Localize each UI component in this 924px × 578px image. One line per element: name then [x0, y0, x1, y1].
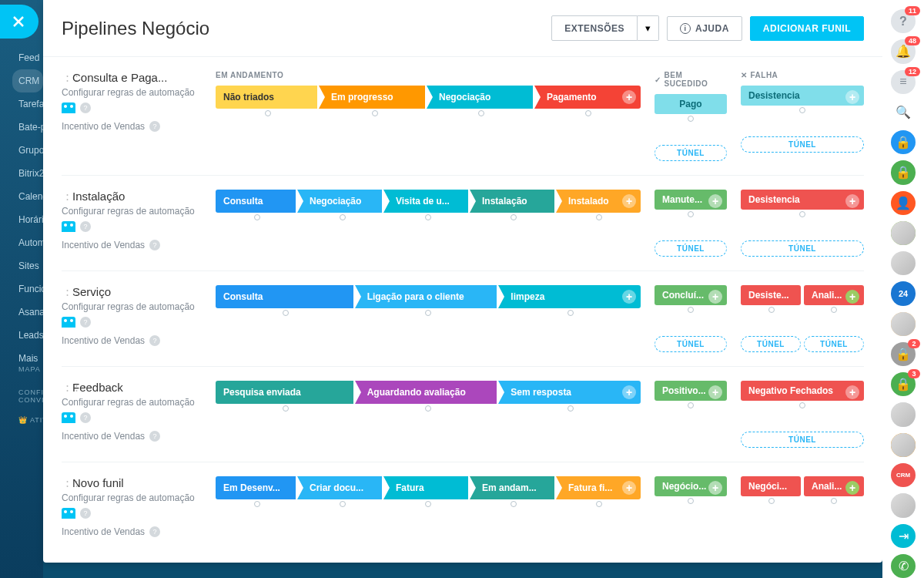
sales-incentive-link[interactable]: Incentivo de Vendas ?	[62, 526, 200, 537]
rail-lock-icon[interactable]: 🔒	[891, 160, 916, 184]
stage-dot[interactable]	[372, 110, 378, 116]
help-icon[interactable]: ?	[149, 335, 160, 346]
stage[interactable]: Fatura fi...+	[556, 476, 641, 499]
nav-item[interactable]: CRM	[12, 69, 43, 92]
robot-icon[interactable]	[62, 102, 75, 113]
nav-item[interactable]: Calendário	[18, 185, 43, 208]
nav-item[interactable]: Asana	[18, 301, 43, 324]
stage[interactable]: Em andam...	[470, 476, 554, 499]
rail-avatar-icon[interactable]	[891, 251, 916, 275]
robot-icon[interactable]	[62, 412, 75, 423]
stage-dot[interactable]	[254, 214, 260, 220]
stage[interactable]: Aguardando avaliação	[355, 381, 497, 404]
stage-dot[interactable]	[688, 307, 694, 313]
rail-search-icon[interactable]: 🔍	[891, 100, 916, 124]
rail-avatar-icon[interactable]	[891, 312, 916, 336]
stage-dot[interactable]	[688, 498, 694, 504]
stage-dot[interactable]	[688, 116, 694, 122]
success-stage[interactable]: Manute...+	[654, 190, 727, 210]
stage-dot[interactable]	[425, 310, 431, 316]
sales-incentive-link[interactable]: Incentivo de Vendas ?	[62, 431, 200, 442]
success-stage[interactable]: Negócio...+	[654, 476, 727, 496]
stage-dot[interactable]	[831, 307, 837, 313]
close-button[interactable]	[0, 5, 38, 39]
drag-handle-icon[interactable]	[62, 479, 69, 489]
help-icon[interactable]: ?	[149, 526, 160, 537]
stage-dot[interactable]	[511, 214, 517, 220]
rail-avatar-icon[interactable]	[891, 402, 916, 426]
success-stage[interactable]: Pago	[654, 94, 727, 114]
automation-rules-link[interactable]: Configurar regras de automação	[62, 492, 200, 503]
help-icon[interactable]: ?	[80, 102, 91, 113]
sales-incentive-link[interactable]: Incentivo de Vendas ?	[62, 240, 200, 250]
add-stage-icon[interactable]: +	[622, 90, 636, 104]
automation-rules-link[interactable]: Configurar regras de automação	[62, 206, 200, 217]
rail-lock-icon[interactable]: 🔒3	[891, 372, 916, 396]
add-stage-icon[interactable]: +	[622, 481, 636, 495]
success-stage[interactable]: Positivo...+	[654, 381, 727, 401]
automation-rules-link[interactable]: Configurar regras de automação	[62, 301, 200, 312]
stage[interactable]: Ligação para o cliente	[355, 285, 497, 308]
rail-bell-icon[interactable]: 🔔48	[891, 39, 916, 63]
fail-stage[interactable]: Desiste...	[741, 285, 801, 305]
add-funnel-button[interactable]: ADICIONAR FUNIL	[750, 16, 864, 41]
stage-dot[interactable]	[478, 110, 484, 116]
stage[interactable]: Instalação	[470, 190, 554, 213]
drag-handle-icon[interactable]	[62, 192, 69, 203]
stage-dot[interactable]	[799, 107, 805, 113]
stage[interactable]: Em Desenv...	[216, 476, 296, 499]
nav-item[interactable]: Bitrix24	[18, 162, 43, 185]
stage[interactable]: Negociação	[297, 190, 382, 213]
add-stage-icon[interactable]: +	[622, 194, 636, 208]
drag-handle-icon[interactable]	[62, 73, 69, 84]
stage-dot[interactable]	[688, 211, 694, 217]
help-icon[interactable]: ?	[80, 317, 91, 328]
stage[interactable]: Criar docu...	[297, 476, 382, 499]
fail-stage[interactable]: Desistencia+	[741, 86, 864, 106]
stage-dot[interactable]	[799, 211, 805, 217]
automation-rules-link[interactable]: Configurar regras de automação	[62, 87, 200, 98]
stage-dot[interactable]	[768, 307, 775, 313]
drag-handle-icon[interactable]	[62, 383, 69, 394]
stage[interactable]: Consulta	[216, 285, 353, 308]
help-icon[interactable]: ?	[80, 221, 91, 232]
success-stage[interactable]: Concluí...+	[654, 285, 727, 305]
stage[interactable]: Instalado+	[556, 190, 641, 213]
fail-stage[interactable]: Negóci...	[741, 476, 801, 496]
stage-dot[interactable]	[283, 310, 289, 316]
stage-dot[interactable]	[340, 214, 346, 220]
rail-avatar-icon[interactable]	[891, 433, 916, 457]
pipeline-name[interactable]: Feedback	[62, 381, 200, 394]
stage[interactable]: Consulta	[216, 190, 296, 213]
rail-phone-icon[interactable]: ✆	[891, 554, 916, 578]
robot-icon[interactable]	[62, 508, 75, 519]
help-icon[interactable]: ?	[149, 240, 160, 250]
pipeline-name[interactable]: Serviço	[62, 285, 200, 298]
drag-handle-icon[interactable]	[62, 287, 69, 298]
rail-lock-icon[interactable]: 🔒2	[891, 342, 916, 366]
stage-dot[interactable]	[567, 310, 574, 316]
stage-dot[interactable]	[768, 498, 775, 504]
nav-item[interactable]: Grupos	[18, 139, 43, 162]
rail-avatar-icon[interactable]	[891, 221, 916, 245]
help-icon[interactable]: ?	[80, 412, 91, 423]
stage-dot[interactable]	[585, 110, 591, 116]
stage-dot[interactable]	[596, 501, 602, 507]
stage-dot[interactable]	[799, 402, 805, 408]
nav-item[interactable]: Bate-papo	[18, 116, 43, 139]
nav-item[interactable]: Sites	[18, 254, 43, 277]
stage-dot[interactable]	[567, 405, 574, 412]
stage[interactable]: Fatura	[383, 476, 468, 499]
stage-dot[interactable]	[596, 214, 602, 220]
rail-door-icon[interactable]: ⇥	[891, 524, 916, 548]
help-button[interactable]: i AJUDA	[667, 16, 742, 41]
tunnel-button[interactable]: TÚNEL	[741, 240, 864, 257]
stage[interactable]: limpeza+	[498, 285, 641, 308]
stage-dot[interactable]	[511, 501, 517, 507]
pipeline-name[interactable]: Novo funil	[62, 476, 200, 489]
tunnel-button[interactable]: TÚNEL	[654, 145, 727, 161]
rail-?-icon[interactable]: ?11	[891, 9, 916, 33]
tunnel-button[interactable]: TÚNEL	[741, 136, 864, 153]
stage[interactable]: Em progresso	[319, 86, 425, 109]
automation-rules-link[interactable]: Configurar regras de automação	[62, 397, 200, 408]
